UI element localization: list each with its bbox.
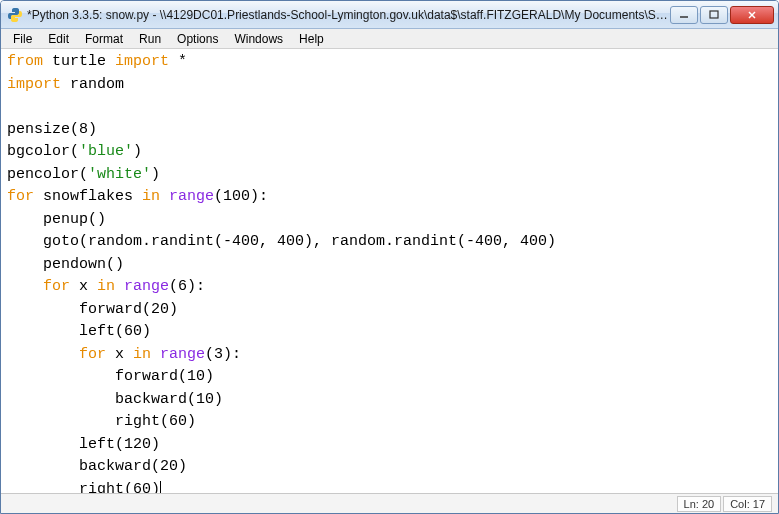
code-line: left(60) [7, 321, 772, 344]
code-token: ) [133, 143, 142, 160]
code-line: from turtle import * [7, 51, 772, 74]
code-line: for x in range(6): [7, 276, 772, 299]
code-token: pencolor( [7, 166, 88, 183]
code-line: right(60) [7, 479, 772, 494]
menu-options[interactable]: Options [169, 30, 226, 48]
code-token: bgcolor( [7, 143, 79, 160]
code-token [7, 278, 43, 295]
code-line: pensize(8) [7, 119, 772, 142]
status-col: Col: 17 [723, 496, 772, 512]
code-token: backward(10) [7, 391, 223, 408]
code-token [151, 346, 160, 363]
menu-help[interactable]: Help [291, 30, 332, 48]
text-cursor [160, 481, 161, 493]
minimize-button[interactable] [670, 6, 698, 24]
code-token: turtle [43, 53, 115, 70]
code-token: range [169, 188, 214, 205]
statusbar: Ln: 20 Col: 17 [1, 493, 778, 513]
code-token: right(60) [7, 481, 160, 494]
code-token: in [97, 278, 115, 295]
code-token: penup() [7, 211, 106, 228]
code-token: pensize(8) [7, 121, 97, 138]
svg-rect-1 [710, 11, 718, 18]
menu-format[interactable]: Format [77, 30, 131, 48]
code-token: forward(10) [7, 368, 214, 385]
code-token: (6): [169, 278, 205, 295]
code-token: backward(20) [7, 458, 187, 475]
code-token: range [160, 346, 205, 363]
code-token: forward(20) [7, 301, 178, 318]
code-token: range [124, 278, 169, 295]
code-token: left(120) [7, 436, 160, 453]
menubar: FileEditFormatRunOptionsWindowsHelp [1, 29, 778, 49]
window-controls [670, 6, 774, 24]
code-token: pendown() [7, 256, 124, 273]
code-token: (100): [214, 188, 268, 205]
code-line: left(120) [7, 434, 772, 457]
menu-file[interactable]: File [5, 30, 40, 48]
code-line: right(60) [7, 411, 772, 434]
code-token: import [115, 53, 169, 70]
menu-windows[interactable]: Windows [226, 30, 291, 48]
code-line: penup() [7, 209, 772, 232]
python-icon [7, 7, 23, 23]
code-token: right(60) [7, 413, 196, 430]
code-line: import random [7, 74, 772, 97]
code-line: for snowflakes in range(100): [7, 186, 772, 209]
window-title: *Python 3.3.5: snow.py - \\4129DC01.Prie… [27, 8, 670, 22]
code-token: from [7, 53, 43, 70]
code-line: backward(20) [7, 456, 772, 479]
code-token [160, 188, 169, 205]
code-token: import [7, 76, 61, 93]
code-token: in [142, 188, 160, 205]
code-token: goto(random.randint(-400, 400), random.r… [7, 233, 556, 250]
code-token: (3): [205, 346, 241, 363]
code-token: for [7, 188, 34, 205]
code-token: random [61, 76, 124, 93]
code-token: ) [151, 166, 160, 183]
maximize-button[interactable] [700, 6, 728, 24]
titlebar: *Python 3.3.5: snow.py - \\4129DC01.Prie… [1, 1, 778, 29]
status-line: Ln: 20 [677, 496, 722, 512]
menu-edit[interactable]: Edit [40, 30, 77, 48]
code-token: in [133, 346, 151, 363]
code-line: pendown() [7, 254, 772, 277]
code-line: forward(10) [7, 366, 772, 389]
code-line [7, 96, 772, 119]
code-line: forward(20) [7, 299, 772, 322]
code-line: for x in range(3): [7, 344, 772, 367]
code-line: pencolor('white') [7, 164, 772, 187]
code-token [7, 346, 79, 363]
close-button[interactable] [730, 6, 774, 24]
code-editor[interactable]: from turtle import *import random pensiz… [1, 49, 778, 493]
code-token [115, 278, 124, 295]
code-token: snowflakes [34, 188, 142, 205]
code-line: bgcolor('blue') [7, 141, 772, 164]
code-token: 'blue' [79, 143, 133, 160]
menu-run[interactable]: Run [131, 30, 169, 48]
code-line: goto(random.randint(-400, 400), random.r… [7, 231, 772, 254]
code-line: backward(10) [7, 389, 772, 412]
code-token: * [169, 53, 187, 70]
code-token: for [43, 278, 70, 295]
code-token: left(60) [7, 323, 151, 340]
code-token: x [70, 278, 97, 295]
code-token: for [79, 346, 106, 363]
code-token: x [106, 346, 133, 363]
code-token: 'white' [88, 166, 151, 183]
